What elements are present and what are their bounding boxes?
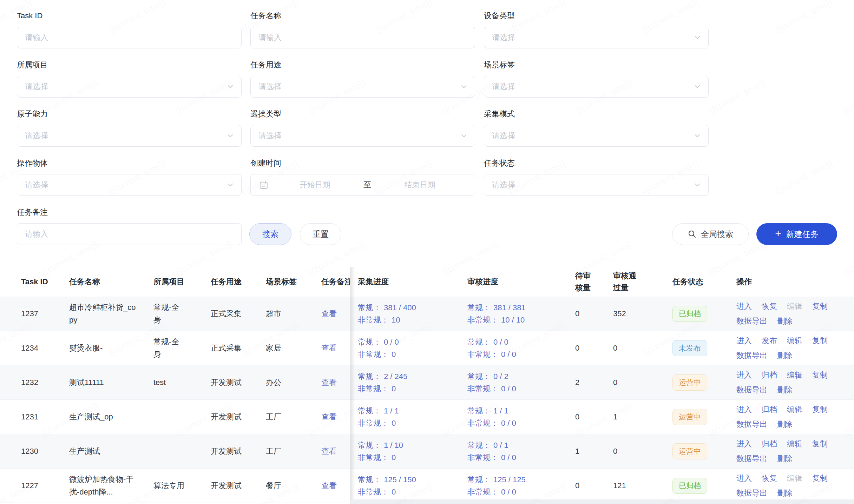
status-badge: 运营中 (672, 443, 707, 459)
new-task-button[interactable]: + 新建任务 (756, 223, 837, 245)
col-header-project: 所属项目 (153, 277, 211, 287)
scene-tag-select[interactable]: 请选择 (484, 76, 709, 98)
select-placeholder: 请选择 (25, 131, 48, 141)
filter-field-collect-mode: 采集模式 请选择 (484, 109, 709, 147)
action-link[interactable]: 删除 (777, 315, 793, 327)
reset-button[interactable]: 重置 (300, 223, 341, 245)
action-link[interactable]: 删除 (777, 453, 793, 465)
view-remark-link[interactable]: 查看 (321, 447, 337, 456)
cell-actions: 进入 归档 编辑 复制 数据导出 删除 (736, 369, 845, 396)
action-link[interactable]: 删除 (777, 487, 793, 499)
task-remark-input[interactable] (17, 223, 242, 245)
action-link[interactable]: 删除 (777, 350, 793, 362)
cell-pending-count: 0 (575, 309, 613, 318)
cell-pending-count: 0 (575, 412, 613, 422)
cell-task-name: 微波炉加热食物-干扰-depth降... (69, 473, 153, 498)
action-link[interactable]: 进入 (736, 404, 752, 416)
action-link[interactable]: 数据导出 (736, 384, 767, 396)
action-link[interactable]: 编辑 (787, 438, 802, 450)
project-select[interactable]: 请选择 (17, 76, 242, 98)
task-id-input[interactable] (17, 27, 242, 48)
action-link[interactable]: 复制 (812, 472, 828, 484)
cell-actions: 进入 恢复 编辑 复制 数据导出 删除 (736, 300, 845, 327)
cell-scene: 餐厅 (266, 480, 321, 491)
action-link[interactable]: 数据导出 (736, 453, 767, 465)
task-management-page: { "watermark": "{{current_time}}", "pale… (0, 0, 854, 504)
action-link[interactable]: 数据导出 (736, 487, 767, 499)
global-search-button[interactable]: 全局搜索 (672, 223, 749, 245)
view-remark-link[interactable]: 查看 (321, 309, 337, 318)
action-link[interactable]: 复制 (812, 404, 828, 416)
filter-field-teleop-type: 遥操类型 请选择 (250, 109, 475, 147)
col-header-review-progress: 审核进度 (467, 277, 575, 287)
cell-task-id: 1232 (21, 378, 69, 387)
search-button[interactable]: 搜索 (249, 223, 291, 245)
action-link[interactable]: 归档 (762, 404, 777, 416)
cell-actions: 进入 发布 编辑 复制 数据导出 删除 (736, 335, 845, 362)
date-range-separator: 至 (361, 180, 373, 190)
action-link[interactable]: 归档 (762, 438, 777, 450)
table-row: 1231 生产测试_op 开发测试 工厂 查看 常规：1 / 1 非常规：0 常… (0, 400, 854, 434)
action-link[interactable]: 进入 (736, 438, 752, 450)
chevron-down-icon (694, 34, 701, 41)
view-remark-link[interactable]: 查看 (321, 412, 337, 421)
col-header-approved: 审核通过量 (613, 270, 672, 294)
col-header-pending: 待审核量 (575, 270, 613, 294)
cell-actions: 进入 归档 编辑 复制 数据导出 删除 (736, 438, 845, 465)
create-time-range-picker[interactable]: 开始日期 至 结束日期 (250, 174, 475, 196)
action-link[interactable]: 发布 (762, 335, 777, 347)
view-remark-link[interactable]: 查看 (321, 378, 337, 387)
view-remark-link[interactable]: 查看 (321, 344, 337, 352)
action-link[interactable]: 编辑 (787, 369, 802, 381)
task-purpose-select[interactable]: 请选择 (250, 76, 475, 98)
action-link[interactable]: 归档 (762, 369, 777, 381)
task-status-select[interactable]: 请选择 (484, 174, 709, 196)
action-link[interactable]: 复制 (812, 300, 828, 312)
action-link[interactable]: 恢复 (762, 472, 777, 484)
action-link[interactable]: 数据导出 (736, 315, 767, 327)
action-link[interactable]: 编辑 (787, 300, 802, 312)
collect-mode-select[interactable]: 请选择 (484, 125, 709, 147)
chevron-down-icon (694, 132, 701, 140)
cell-collect-progress: 常规：1 / 1 非常规：0 (350, 405, 467, 429)
action-link[interactable]: 进入 (736, 335, 752, 347)
action-link[interactable]: 进入 (736, 369, 752, 381)
action-link[interactable]: 数据导出 (736, 350, 767, 362)
status-badge: 已归档 (672, 306, 707, 322)
action-link[interactable]: 编辑 (787, 404, 802, 416)
action-link[interactable]: 复制 (812, 369, 828, 381)
action-link[interactable]: 进入 (736, 472, 752, 484)
device-type-select[interactable]: 请选择 (484, 27, 709, 48)
horizontal-scrollbar[interactable] (350, 499, 854, 504)
action-link[interactable]: 删除 (777, 418, 793, 430)
cell-review-progress: 常规：125 / 125 非常规：0 / 0 (467, 473, 575, 498)
field-label: 任务状态 (484, 158, 709, 168)
action-link[interactable]: 恢复 (762, 300, 777, 312)
field-label: 所属项目 (17, 60, 242, 70)
global-search-label: 全局搜索 (701, 229, 733, 240)
action-link[interactable]: 编辑 (787, 472, 802, 484)
filter-field-task-name: 任务名称 (250, 11, 475, 48)
task-name-input[interactable] (250, 27, 475, 48)
filter-field-atomic-capability: 原子能力 请选择 (17, 109, 242, 147)
cell-pending-count: 0 (575, 481, 613, 490)
teleop-type-select[interactable]: 请选择 (250, 125, 475, 147)
cell-task-name: 生产测试_op (69, 411, 153, 423)
table-header-row: Task ID 任务名称 所属项目 任务用途 场景标签 任务备注 采集进度 审核… (0, 267, 854, 297)
action-link[interactable]: 编辑 (787, 335, 802, 347)
action-link[interactable]: 进入 (736, 300, 752, 312)
select-placeholder: 请选择 (492, 180, 515, 190)
field-label: 任务用途 (250, 60, 475, 70)
action-link[interactable]: 复制 (812, 438, 828, 450)
status-badge: 运营中 (672, 374, 707, 391)
action-link[interactable]: 删除 (777, 384, 793, 396)
view-remark-link[interactable]: 查看 (321, 481, 337, 490)
atomic-capability-select[interactable]: 请选择 (17, 125, 242, 147)
action-link[interactable]: 复制 (812, 335, 828, 347)
action-link[interactable]: 数据导出 (736, 418, 767, 430)
cell-purpose: 正式采集 (211, 343, 266, 353)
cell-project: 常规-全身 (153, 336, 211, 361)
cell-pending-count: 2 (575, 378, 613, 387)
operate-object-select[interactable]: 请选择 (17, 174, 242, 196)
cell-scene: 超市 (266, 309, 321, 319)
